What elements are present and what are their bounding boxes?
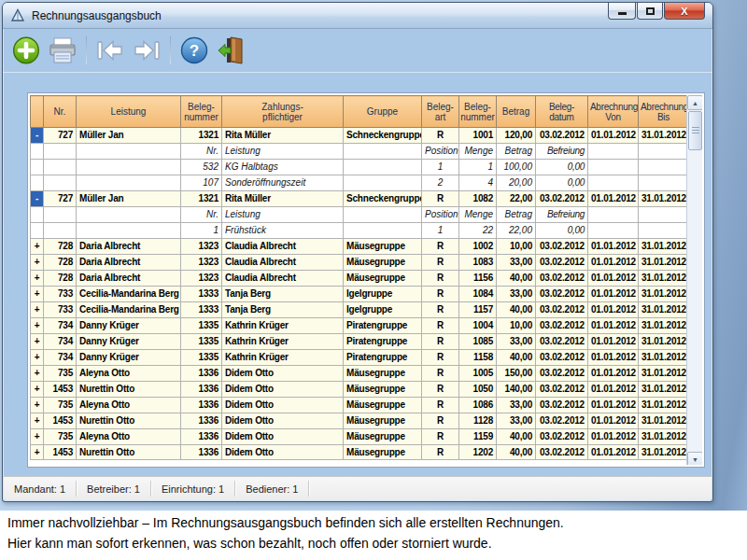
- table-row-main[interactable]: -727Müller Jan1321Rita MüllerSchneckengr…: [31, 191, 689, 207]
- scrollbar-thumb[interactable]: [688, 111, 702, 150]
- add-button[interactable]: [10, 34, 42, 67]
- column-header-belegnummer[interactable]: Beleg- nummer: [181, 96, 222, 128]
- table-row-main[interactable]: +735Aleyna Otto1336Didem OttoMäusegruppe…: [31, 398, 689, 413]
- cell-belegdatum: 03.02.2012: [536, 398, 588, 413]
- expand-row-button[interactable]: +: [31, 366, 44, 382]
- cell-abrechnung_von: 01.01.2012: [588, 334, 639, 350]
- column-header-belegnummer2[interactable]: Beleg- nummer: [459, 96, 497, 128]
- exit-button[interactable]: [215, 34, 247, 67]
- cell-belegnummer: 1335: [181, 334, 222, 350]
- column-header-nr[interactable]: Nr.: [44, 96, 77, 128]
- expand-row-button[interactable]: +: [31, 271, 44, 287]
- table-row-main[interactable]: +1453Nurettin Otto1336Didem OttoMäusegru…: [31, 382, 689, 398]
- expand-row-button[interactable]: +: [31, 398, 44, 413]
- table-row-subrow[interactable]: 107Sonderöffnungszeit2420,000,00: [31, 175, 689, 191]
- expand-row-button[interactable]: +: [31, 413, 44, 429]
- cell-nr: [44, 144, 77, 160]
- cell-betrag: 120,00: [497, 128, 536, 144]
- table-row-main[interactable]: +728Daria Albrecht1323Claudia AlbrechtMä…: [31, 239, 689, 255]
- cell-betrag: 10,00: [497, 239, 536, 255]
- table-row-subheader[interactable]: Nr.LeistungPositionMengeBetragBefreiung: [31, 144, 689, 160]
- column-header-betrag[interactable]: Betrag: [497, 96, 536, 128]
- table-row-main[interactable]: +734Danny Krüger1335Kathrin KrügerPirate…: [31, 318, 689, 334]
- table-row-subrow[interactable]: 532KG Halbtags11100,000,00: [31, 160, 689, 175]
- expand-row-button[interactable]: +: [31, 287, 44, 302]
- window-titlebar[interactable]: Rechnungsausgangsbuch X: [3, 3, 712, 29]
- cell-betrag: 20,00: [497, 175, 536, 191]
- collapse-row-button[interactable]: -: [31, 191, 44, 207]
- cell-expander: [31, 175, 44, 191]
- cell-nr: 734: [44, 334, 77, 350]
- expand-row-button[interactable]: +: [31, 429, 44, 445]
- table-row-main[interactable]: +733Cecilia-Mandarina Berg1333Tanja Berg…: [31, 302, 689, 318]
- expand-row-button[interactable]: +: [31, 255, 44, 271]
- column-header-belegart[interactable]: Beleg- art: [422, 96, 459, 128]
- cell-belegnummer2: 1084: [459, 287, 497, 302]
- cell-leistung: Cecilia-Mandarina Berg: [77, 287, 181, 302]
- help-button[interactable]: ?: [178, 34, 210, 67]
- cell-abrechnung_von: 01.01.2012: [588, 382, 639, 398]
- cell-abrechnung_von: 01.01.2012: [588, 318, 639, 334]
- cell-abrechnung_bis: 31.01.2012: [639, 366, 689, 382]
- navigate-back-button[interactable]: [94, 34, 126, 67]
- expand-row-button[interactable]: +: [31, 382, 44, 398]
- minimize-button[interactable]: [608, 3, 636, 20]
- column-header-gruppe[interactable]: Gruppe: [344, 96, 422, 128]
- cell-belegdatum: 03.02.2012: [536, 366, 588, 382]
- table-row-main[interactable]: +735Aleyna Otto1336Didem OttoMäusegruppe…: [31, 366, 689, 382]
- expand-row-button[interactable]: +: [31, 350, 44, 366]
- expand-row-button[interactable]: +: [31, 239, 44, 255]
- scroll-up-button[interactable]: ▲: [687, 95, 702, 110]
- maximize-button[interactable]: [637, 3, 663, 20]
- cell-abrechnung_von: [588, 207, 639, 223]
- table-row-subrow[interactable]: 1Frühstück12222,000,00: [31, 223, 689, 239]
- cell-belegnummer2: 1001: [459, 128, 497, 144]
- cell-belegnummer2: 1128: [459, 413, 497, 429]
- scrollbar-grip-icon: [692, 127, 699, 128]
- printer-icon: [48, 35, 78, 65]
- cell-belegart: R: [422, 128, 459, 144]
- scroll-down-button[interactable]: ▼: [687, 452, 702, 465]
- column-header-belegdatum[interactable]: Beleg- datum: [536, 96, 588, 128]
- cell-belegnummer: Nr.: [181, 207, 222, 223]
- add-icon: [12, 36, 40, 64]
- column-header-abrechnung_von[interactable]: Abrechnung Von: [588, 96, 639, 128]
- table-row-main[interactable]: +1453Nurettin Otto1336Didem OttoMäusegru…: [31, 413, 689, 429]
- table-row-main[interactable]: +735Aleyna Otto1336Didem OttoMäusegruppe…: [31, 429, 689, 445]
- close-button[interactable]: X: [664, 3, 705, 20]
- cell-belegnummer2: 22: [459, 223, 497, 239]
- table-row-subheader[interactable]: Nr.LeistungPositionMengeBetragBefreiung: [31, 207, 689, 223]
- column-header-abrechnung_bis[interactable]: Abrechnung Bis: [639, 96, 689, 128]
- table-row-main[interactable]: +734Danny Krüger1335Kathrin KrügerPirate…: [31, 334, 689, 350]
- expand-row-button[interactable]: +: [31, 302, 44, 318]
- vertical-scrollbar[interactable]: ▲ ▼: [686, 95, 702, 465]
- column-header-zahlungspflichtiger[interactable]: Zahlungs- pflichtiger: [222, 96, 344, 128]
- cell-abrechnung_bis: [639, 175, 689, 191]
- cell-belegart: R: [422, 271, 459, 287]
- cell-leistung: Daria Albrecht: [77, 239, 181, 255]
- table-row-main[interactable]: -727Müller Jan1321Rita MüllerSchneckengr…: [31, 128, 689, 144]
- expand-row-button[interactable]: +: [31, 318, 44, 334]
- cell-nr: 733: [44, 287, 77, 302]
- cell-abrechnung_bis: 31.01.2012: [639, 302, 689, 318]
- cell-belegdatum: 0,00: [536, 175, 588, 191]
- collapse-row-button[interactable]: -: [31, 128, 44, 144]
- scroll-down-icon: ▼: [692, 456, 698, 463]
- cell-gruppe: Piratengruppe: [344, 334, 422, 350]
- expand-row-button[interactable]: +: [31, 445, 44, 460]
- table-row-main[interactable]: +734Danny Krüger1335Kathrin KrügerPirate…: [31, 350, 689, 366]
- cell-nr: 1453: [44, 382, 77, 398]
- cell-abrechnung_bis: 31.01.2012: [639, 191, 689, 207]
- statusbar-divider: [308, 481, 309, 497]
- column-header-leistung[interactable]: Leistung: [77, 96, 181, 128]
- table-row-main[interactable]: +733Cecilia-Mandarina Berg1333Tanja Berg…: [31, 287, 689, 302]
- column-header-expander[interactable]: [31, 96, 44, 128]
- navigate-forward-button[interactable]: [131, 34, 162, 67]
- expand-row-button[interactable]: +: [31, 334, 44, 350]
- print-button[interactable]: [47, 34, 78, 67]
- cell-betrag: 22,00: [497, 191, 536, 207]
- table-row-main[interactable]: +728Daria Albrecht1323Claudia AlbrechtMä…: [31, 255, 689, 271]
- table-row-main[interactable]: +728Daria Albrecht1323Claudia AlbrechtMä…: [31, 271, 689, 287]
- table-row-main[interactable]: +1453Nurettin Otto1336Didem OttoMäusegru…: [31, 445, 689, 460]
- cell-belegdatum: 03.02.2012: [536, 429, 588, 445]
